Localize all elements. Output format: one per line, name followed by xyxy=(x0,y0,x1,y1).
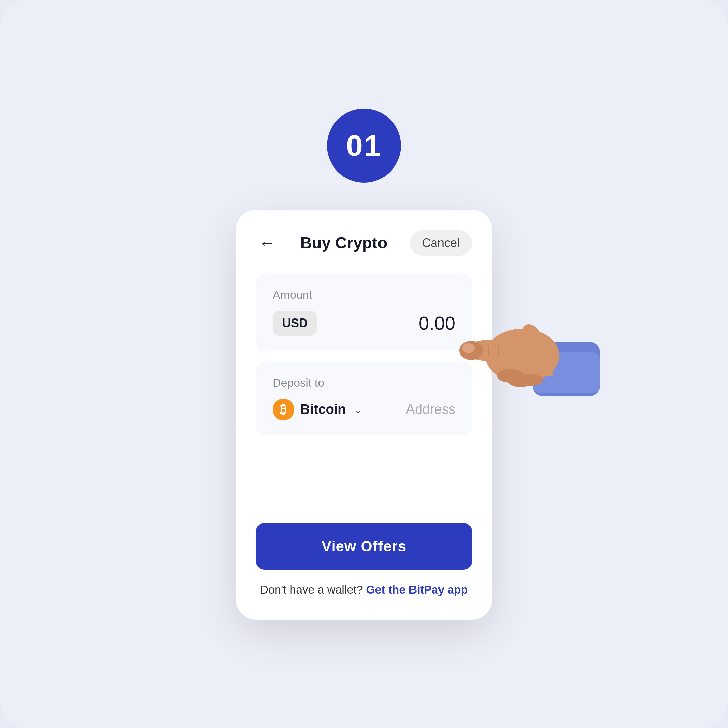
phone-container: ← Buy Crypto Cancel Amount USD 0.00 Depo… xyxy=(236,210,492,620)
back-icon: ← xyxy=(259,235,275,251)
crypto-name: Bitcoin xyxy=(300,402,346,417)
page-wrapper: 01 ← Buy Crypto Cancel Amount USD 0.00 xyxy=(0,0,728,728)
page-title: Buy Crypto xyxy=(300,234,388,252)
svg-point-6 xyxy=(497,369,524,382)
view-offers-button[interactable]: View Offers xyxy=(256,523,472,570)
bitcoin-icon: ₿ xyxy=(273,399,294,420)
spacer xyxy=(256,456,472,523)
svg-rect-0 xyxy=(532,342,600,396)
svg-rect-3 xyxy=(526,342,553,376)
address-placeholder[interactable]: Address xyxy=(406,402,455,417)
back-button[interactable]: ← xyxy=(256,232,278,254)
cancel-button[interactable]: Cancel xyxy=(410,230,472,256)
svg-point-9 xyxy=(517,321,548,359)
amount-row: USD 0.00 xyxy=(273,311,455,336)
wallet-text: Don't have a wallet? Get the BitPay app xyxy=(256,583,472,596)
step-badge: 01 xyxy=(327,109,401,183)
deposit-row: ₿ Bitcoin ⌄ Address xyxy=(273,399,455,420)
currency-badge[interactable]: USD xyxy=(273,311,317,336)
svg-point-8 xyxy=(519,374,543,385)
bitcoin-symbol: ₿ xyxy=(280,402,286,417)
crypto-selector[interactable]: ₿ Bitcoin ⌄ xyxy=(273,399,362,420)
amount-card: Amount USD 0.00 xyxy=(256,273,472,351)
amount-value[interactable]: 0.00 xyxy=(419,312,455,334)
app-header: ← Buy Crypto Cancel xyxy=(256,230,472,256)
amount-label: Amount xyxy=(273,288,455,301)
chevron-down-icon: ⌄ xyxy=(353,403,362,416)
svg-point-2 xyxy=(485,329,560,382)
phone-card: ← Buy Crypto Cancel Amount USD 0.00 Depo… xyxy=(236,210,492,620)
deposit-card: Deposit to ₿ Bitcoin ⌄ Address xyxy=(256,361,472,436)
step-number: 01 xyxy=(346,128,382,163)
svg-rect-1 xyxy=(532,352,600,393)
get-bitpay-link[interactable]: Get the BitPay app xyxy=(366,583,468,596)
no-wallet-label: Don't have a wallet? xyxy=(260,583,363,596)
deposit-label: Deposit to xyxy=(273,376,455,389)
svg-point-7 xyxy=(508,375,534,387)
